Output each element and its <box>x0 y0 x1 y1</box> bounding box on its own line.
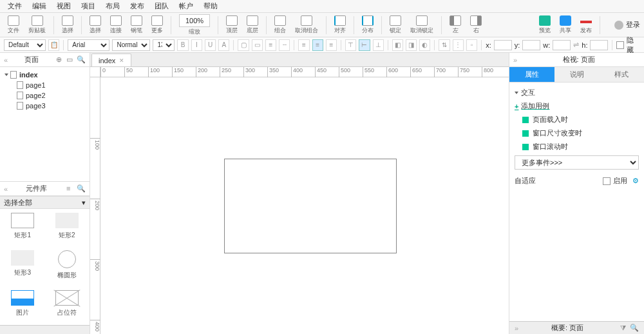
collapse-outline-icon[interactable]: » <box>515 324 518 332</box>
tab-index[interactable]: index✕ <box>91 54 131 66</box>
tab-properties[interactable]: 属性 <box>509 67 554 82</box>
menu-help[interactable]: 帮助 <box>198 0 223 12</box>
line-style-button[interactable]: ╌ <box>279 39 290 51</box>
event-scroll[interactable]: 窗口滚动时 <box>515 142 639 152</box>
tb-file[interactable]: 文件 <box>4 14 23 37</box>
widget-rect2[interactable]: 矩形2 <box>48 213 86 244</box>
menu-project[interactable]: 项目 <box>76 0 100 12</box>
tb-share[interactable]: 共享 <box>556 14 575 37</box>
menu-layout[interactable]: 布局 <box>100 0 125 12</box>
x-input[interactable] <box>494 40 512 50</box>
border-button[interactable]: ▭ <box>252 39 263 51</box>
canvas[interactable] <box>100 77 509 334</box>
add-case-link[interactable]: +添加用例 <box>515 101 639 111</box>
tb-lock[interactable]: 锁定 <box>386 14 405 37</box>
zoom-input[interactable] <box>179 14 210 27</box>
event-resize[interactable]: 窗口尺寸改变时 <box>515 128 639 138</box>
w-input[interactable] <box>553 40 571 50</box>
tb-more[interactable]: 更多 <box>147 14 167 37</box>
line-spacing-button[interactable]: ⇅ <box>439 39 450 51</box>
size-select[interactable]: 13 <box>153 39 175 51</box>
bullet-button[interactable]: ⋮ <box>453 39 464 51</box>
tb-ungroup[interactable]: 取消组合 <box>291 14 322 37</box>
close-tab-icon[interactable]: ✕ <box>119 57 124 64</box>
select-all-dropdown[interactable]: 选择全部▾ <box>0 196 90 209</box>
enable-adaptive[interactable]: 启用⚙ <box>603 176 639 186</box>
line-width-button[interactable]: ≡ <box>265 39 276 51</box>
outer-shadow-button[interactable]: ◧ <box>392 39 403 51</box>
page-item[interactable]: page2 <box>0 90 90 101</box>
interaction-section[interactable]: 交互 <box>515 88 639 97</box>
lock-icon <box>390 15 401 26</box>
add-folder-icon[interactable]: ▭ <box>66 55 75 64</box>
align-left-button[interactable]: ≡ <box>298 39 309 51</box>
padding-button[interactable]: ▫ <box>466 39 477 51</box>
bold-button[interactable]: B <box>177 39 188 51</box>
align-right-button[interactable]: ≡ <box>326 39 337 51</box>
tb-top[interactable]: 顶层 <box>222 14 242 37</box>
widget-rect3[interactable]: 矩形3 <box>4 250 42 284</box>
inner-shadow-button[interactable]: ◨ <box>406 39 417 51</box>
opacity-button[interactable]: ◐ <box>419 39 430 51</box>
widget-image[interactable]: 图片 <box>4 290 42 321</box>
search-widget-icon[interactable]: 🔍 <box>77 184 86 193</box>
page-root[interactable]: index <box>0 70 90 80</box>
font-select[interactable]: Arial <box>68 39 109 51</box>
page-icon <box>17 102 23 110</box>
tb-distribute[interactable]: 分布 <box>358 14 377 37</box>
page-item[interactable]: page1 <box>0 80 90 90</box>
tb-publish[interactable]: 发布 <box>576 14 596 37</box>
login-button[interactable]: 登录 <box>614 20 640 30</box>
event-page-load[interactable]: 页面载入时 <box>515 115 639 124</box>
valign-top-button[interactable]: ⊤ <box>345 39 356 51</box>
valign-middle-button[interactable]: ⊢ <box>359 39 370 51</box>
copy-style-icon[interactable]: 📋 <box>48 39 59 51</box>
search-outline-icon[interactable]: 🔍 <box>630 324 639 332</box>
search-page-icon[interactable]: 🔍 <box>77 55 86 64</box>
valign-bottom-button[interactable]: ⊥ <box>373 39 384 51</box>
widget-placeholder[interactable]: 占位符 <box>48 290 86 321</box>
weight-select[interactable]: Normal <box>112 39 150 51</box>
h-input[interactable] <box>590 40 608 50</box>
underline-button[interactable]: U <box>205 39 216 51</box>
menu-team[interactable]: 团队 <box>149 0 174 12</box>
filter-icon[interactable]: ⧩ <box>620 324 626 332</box>
tb-selectmode[interactable]: 选择 <box>58 14 77 37</box>
menu-account[interactable]: 帐户 <box>174 0 198 12</box>
tb-connect[interactable]: 连接 <box>106 14 126 37</box>
library-menu-icon[interactable]: ≡ <box>66 184 75 193</box>
widget-ellipse[interactable]: 椭圆形 <box>48 250 86 284</box>
style-select[interactable]: Default <box>4 39 46 51</box>
tab-notes[interactable]: 说明 <box>554 67 600 82</box>
adaptive-settings-icon[interactable]: ⚙ <box>632 177 639 185</box>
page-item[interactable]: page3 <box>0 101 90 111</box>
tb-pen[interactable]: 钢笔 <box>127 14 146 37</box>
menu-edit[interactable]: 编辑 <box>27 0 52 12</box>
shape-rectangle[interactable] <box>224 159 397 253</box>
menu-publish[interactable]: 发布 <box>125 0 149 12</box>
tb-left[interactable]: 左 <box>446 14 465 37</box>
tb-group[interactable]: 组合 <box>270 14 290 37</box>
fill-color-button[interactable]: ▢ <box>238 39 249 51</box>
widget-rect1[interactable]: 矩形1 <box>4 213 42 244</box>
y-input[interactable] <box>522 40 540 50</box>
text-color-button[interactable]: A <box>218 39 229 51</box>
tb-unlock[interactable]: 取消锁定 <box>406 14 437 37</box>
more-events-select[interactable]: 更多事件>>> <box>515 155 639 170</box>
italic-button[interactable]: I <box>191 39 202 51</box>
tb-clipboard[interactable]: 剪贴板 <box>24 14 50 37</box>
add-page-icon[interactable]: ⊕ <box>56 55 65 64</box>
tb-preview[interactable]: 预览 <box>535 14 554 37</box>
align-center-button[interactable]: ≡ <box>312 39 323 51</box>
hidden-checkbox[interactable] <box>616 41 624 49</box>
tab-style[interactable]: 样式 <box>599 67 644 82</box>
tb-align[interactable]: 对齐 <box>330 14 350 37</box>
tb-select[interactable]: 选择 <box>86 14 105 37</box>
menu-view[interactable]: 视图 <box>52 0 76 12</box>
more-icon <box>151 15 163 26</box>
tb-right[interactable]: 右 <box>466 14 486 37</box>
tb-bottom[interactable]: 底层 <box>243 14 262 37</box>
lock-aspect-icon[interactable]: ⇌ <box>573 41 579 49</box>
unlock-icon <box>416 15 428 26</box>
menu-file[interactable]: 文件 <box>3 0 27 12</box>
